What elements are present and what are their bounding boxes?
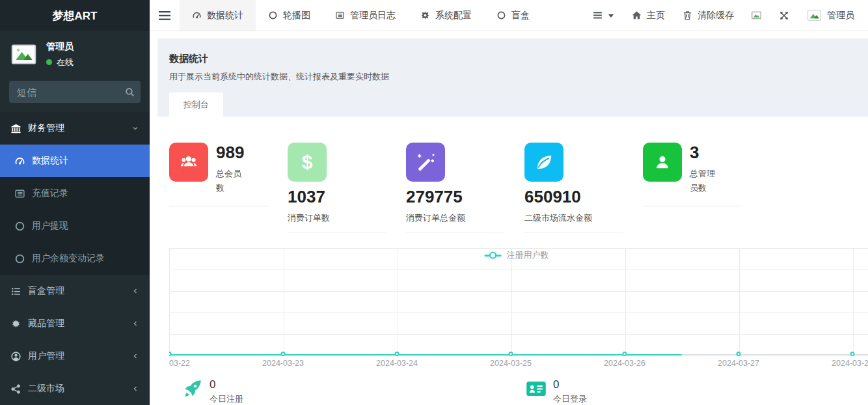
sidebar-item-data-stats[interactable]: 数据统计 [0,145,150,177]
leaf-icon [524,143,563,182]
registered-users-chart: 注册用户数 2024-03-222024-03-232024-03-242024… [169,248,868,370]
broken-image-icon [9,40,38,69]
broken-image-icon [751,10,762,21]
sidebar-item-finance[interactable]: 财务管理 [0,112,150,145]
today-label: 今日登录 [553,393,587,405]
sidebar-item-label: 充值记录 [32,188,139,199]
page-title: 数据统计 [169,53,856,65]
tabs-dropdown-button[interactable] [584,0,623,31]
bank-icon [10,123,21,134]
circle-icon [14,221,25,232]
gridline [853,248,854,356]
circle-icon [496,10,506,20]
fullscreen-arrows-icon [779,10,789,21]
user-name: 管理员 [46,41,74,53]
gridline [739,248,740,356]
users-group-icon [169,143,208,182]
page-header: 数据统计 用于展示当前系统中的统计数据、统计报表及重要实时数据 控制台 [157,38,868,117]
series-line [170,354,682,356]
sidebar-menu: 财务管理 数据统计 充值记录 用户提现 用户余额变动记录 [0,112,150,405]
certificate-icon [10,318,21,329]
account-menu[interactable]: 管理员 [798,0,863,31]
circle-icon [14,253,25,264]
sidebar-item-label: 藏品管理 [28,318,125,329]
address-card-icon [526,378,547,399]
today-value: 0 [210,378,243,391]
open-tabs-bar: 数据统计 轮播图 管理员日志 系统配置 盲盒 [180,0,542,31]
gridline [398,248,398,356]
tab-label: 管理员日志 [350,10,396,21]
sidebar-item-label: 财务管理 [28,122,125,134]
chevron-left-icon [131,287,139,295]
home-button[interactable]: 主页 [623,0,673,31]
stat-total-admins: 3 总管理员数 [643,143,761,240]
panel-body: 989 总会员数 $ 1037 消费订单数 [157,117,868,405]
x-tick-label: 2024-03-24 [376,359,418,368]
sidebar-item-label: 用户余额变动记录 [32,253,139,264]
circle-icon [268,10,278,20]
tab-label: 盲盒 [511,10,530,21]
list-menu-icon [592,10,603,21]
stat-consume-amount: 279775 消费订单总金额 [406,143,524,240]
sidebar-item-label: 数据统计 [32,155,139,167]
brand[interactable]: 梦想ART [0,0,150,31]
brand-title: 梦想ART [53,8,98,23]
stat-label: 消费订单数 [288,211,406,225]
tab-admin-log[interactable]: 管理员日志 [323,0,408,31]
legend-line-marker-icon [485,255,502,257]
list-icon [10,286,21,297]
tab-carousel[interactable]: 轮播图 [256,0,323,31]
clear-cache-button[interactable]: 清除缓存 [673,0,742,31]
trash-icon [682,10,693,21]
sidebar-item-blindbox-management[interactable]: 盲盒管理 [0,275,150,307]
stat-label: 二级市场流水金额 [524,211,643,225]
today-stats-row: 0 今日注册 0 今日登录 [169,378,856,405]
sidebar-item-secondary-market[interactable]: 二级市场 [0,372,150,405]
legend-label: 注册用户数 [507,249,549,261]
tab-blindbox[interactable]: 盲盒 [484,0,542,31]
sidebar-item-recharge-records[interactable]: 充值记录 [0,177,150,210]
sidebar-item-collection-management[interactable]: 藏品管理 [0,307,150,340]
today-value: 0 [553,378,587,391]
tab-label: 轮播图 [283,10,310,21]
chart-legend[interactable]: 注册用户数 [485,249,549,261]
today-logins: 0 今日登录 [513,378,856,405]
stat-consume-orders: $ 1037 消费订单数 [288,143,406,240]
online-dot [46,59,52,65]
stat-value: 1037 [288,188,406,206]
sidebar-item-user-management[interactable]: 用户管理 [0,340,150,372]
today-label: 今日注册 [210,393,243,405]
stat-value: 650910 [524,188,643,206]
x-tick-label: 2024-03-25 [490,359,532,368]
sidebar-item-balance-change-records[interactable]: 用户余额变动记录 [0,242,150,275]
sidebar-item-user-withdrawal[interactable]: 用户提现 [0,210,150,242]
divider [406,232,505,232]
chart-plot-area [169,248,868,356]
sidebar-item-label: 二级市场 [28,383,125,395]
main-content: 数据统计 用于展示当前系统中的统计数据、统计报表及重要实时数据 控制台 [157,38,868,405]
navbar-right: 主页 清除缓存 管理员 [584,0,868,31]
tachometer-icon [192,10,202,20]
search-button[interactable] [120,82,139,102]
x-tick-label: 2024-03-22 [169,359,190,368]
tab-system-config[interactable]: 系统配置 [408,0,484,31]
user-avatar[interactable] [9,40,38,69]
divider [643,206,742,206]
tab-console[interactable]: 控制台 [169,92,223,117]
status-label: 在线 [57,57,74,68]
x-axis-labels: 2024-03-222024-03-232024-03-242024-03-25… [169,356,868,370]
user-circle-icon [10,351,21,362]
gear-icon [420,10,430,20]
language-image-button[interactable] [742,0,770,31]
sidebar-search [9,81,141,103]
fullscreen-button[interactable] [770,0,798,31]
x-tick-label: 2024-03-23 [262,359,304,368]
tab-data-stats[interactable]: 数据统计 [180,0,256,31]
hamburger-icon [159,10,170,21]
rocket-icon [182,378,203,399]
panel-tabs: 控制台 [169,92,856,117]
stat-value: 279775 [406,188,524,206]
tab-label: 系统配置 [435,10,472,21]
sidebar-item-label: 盲盒管理 [28,285,125,297]
sidebar-toggle-button[interactable] [150,0,180,31]
